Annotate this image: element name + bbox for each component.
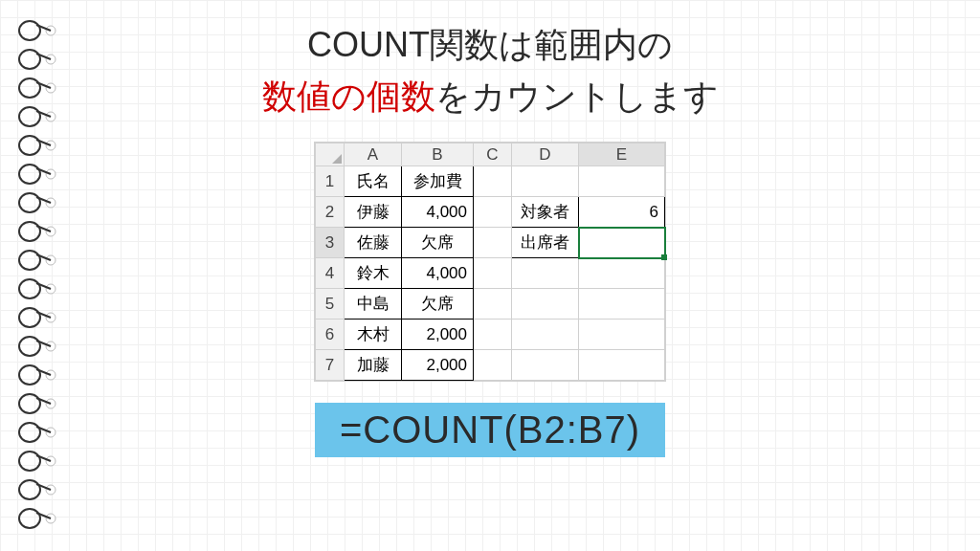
cell-B1[interactable]: 参加費	[402, 166, 474, 197]
formula-display: =COUNT(B2:B7)	[315, 403, 665, 457]
cell-C1[interactable]	[474, 166, 512, 197]
cell-E1[interactable]	[579, 166, 665, 197]
heading: COUNT関数は範囲内の 数値の個数をカウントします	[262, 19, 719, 122]
row-header-6[interactable]: 6	[316, 320, 345, 350]
col-header-A[interactable]: A	[345, 143, 402, 166]
row-header-1[interactable]: 1	[316, 166, 345, 197]
cell-C7[interactable]	[474, 350, 512, 381]
cell-C6[interactable]	[474, 320, 512, 350]
cell-D3[interactable]: 出席者	[512, 228, 579, 258]
cell-D2[interactable]: 対象者	[512, 197, 579, 228]
cell-D5[interactable]	[512, 289, 579, 320]
row-header-2[interactable]: 2	[316, 197, 345, 228]
cell-A4[interactable]: 鈴木	[345, 258, 402, 289]
heading-line1: COUNT関数は範囲内の	[307, 25, 673, 64]
cell-A7[interactable]: 加藤	[345, 350, 402, 381]
cell-C3[interactable]	[474, 228, 512, 258]
cell-B4[interactable]: 4,000	[402, 258, 474, 289]
col-header-E[interactable]: E	[579, 143, 665, 166]
cell-E2[interactable]: 6	[579, 197, 665, 228]
cell-E7[interactable]	[579, 350, 665, 381]
cell-D7[interactable]	[512, 350, 579, 381]
cell-C5[interactable]	[474, 289, 512, 320]
row-header-4[interactable]: 4	[316, 258, 345, 289]
cell-C2[interactable]	[474, 197, 512, 228]
select-all-corner[interactable]	[316, 143, 345, 166]
heading-rest: をカウントします	[435, 77, 719, 116]
row-header-7[interactable]: 7	[316, 350, 345, 381]
cell-C4[interactable]	[474, 258, 512, 289]
spreadsheet: A B C D E 1 氏名 参加費 2 伊藤 4,000 対象者 6	[314, 142, 666, 382]
row-header-5[interactable]: 5	[316, 289, 345, 320]
cell-D4[interactable]	[512, 258, 579, 289]
cell-D6[interactable]	[512, 320, 579, 350]
cell-E3-active[interactable]	[579, 228, 665, 258]
heading-red: 数値の個数	[262, 77, 435, 116]
col-header-B[interactable]: B	[402, 143, 474, 166]
cell-A2[interactable]: 伊藤	[345, 197, 402, 228]
cell-E5[interactable]	[579, 289, 665, 320]
col-header-C[interactable]: C	[474, 143, 512, 166]
cell-B5[interactable]: 欠席	[402, 289, 474, 320]
cell-E6[interactable]	[579, 320, 665, 350]
cell-A3[interactable]: 佐藤	[345, 228, 402, 258]
row-header-3[interactable]: 3	[316, 228, 345, 258]
cell-E4[interactable]	[579, 258, 665, 289]
cell-A1[interactable]: 氏名	[345, 166, 402, 197]
cell-A5[interactable]: 中島	[345, 289, 402, 320]
cell-B3[interactable]: 欠席	[402, 228, 474, 258]
cell-B6[interactable]: 2,000	[402, 320, 474, 350]
col-header-D[interactable]: D	[512, 143, 579, 166]
cell-B2[interactable]: 4,000	[402, 197, 474, 228]
cell-B7[interactable]: 2,000	[402, 350, 474, 381]
cell-A6[interactable]: 木村	[345, 320, 402, 350]
cell-D1[interactable]	[512, 166, 579, 197]
